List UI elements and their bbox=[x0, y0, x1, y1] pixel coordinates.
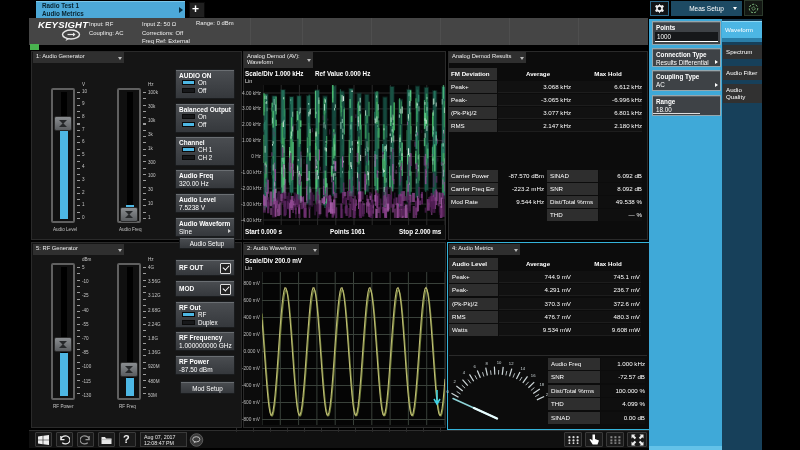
svg-text:4: 4 bbox=[463, 370, 466, 375]
svg-text:6: 6 bbox=[474, 364, 477, 369]
svg-text:14: 14 bbox=[520, 366, 525, 371]
svg-text:12: 12 bbox=[509, 361, 514, 366]
svg-text:8: 8 bbox=[485, 361, 488, 366]
svg-text:18: 18 bbox=[539, 382, 544, 387]
svg-text:16: 16 bbox=[531, 373, 536, 378]
svg-text:2: 2 bbox=[454, 379, 457, 384]
svg-text:0: 0 bbox=[446, 389, 449, 394]
svg-text:10: 10 bbox=[497, 360, 502, 365]
